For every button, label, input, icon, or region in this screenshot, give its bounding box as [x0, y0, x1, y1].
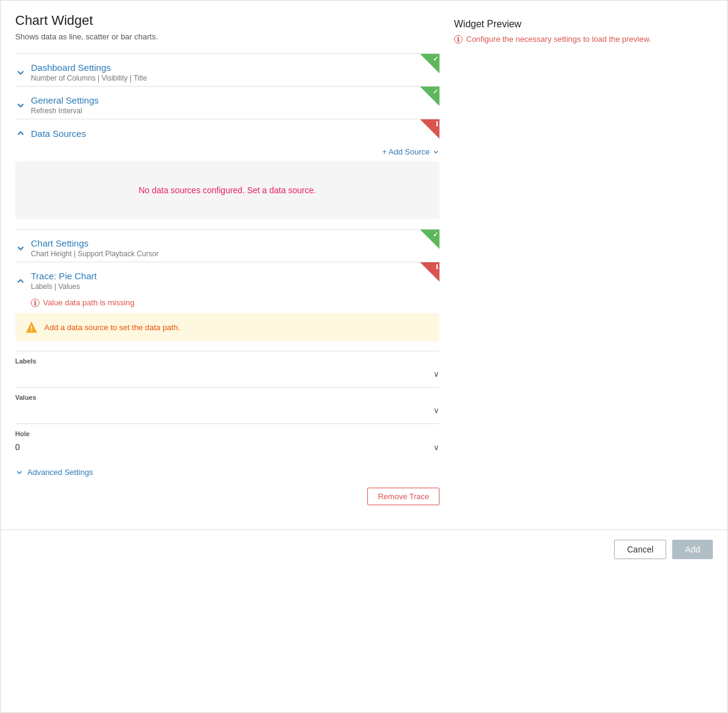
- general-settings-header[interactable]: General Settings Refresh Interval ✓: [15, 87, 439, 119]
- hole-field-value: 0: [15, 442, 433, 452]
- info-icon: ℹ: [436, 264, 438, 270]
- widget-preview-error-text: Configure the necessary settings to load…: [466, 35, 651, 44]
- chart-settings-section: Chart Settings Chart Height | Support Pl…: [15, 229, 439, 262]
- data-sources-badge: ℹ: [420, 119, 439, 139]
- svg-text:!: !: [30, 325, 33, 332]
- general-settings-title: General Settings: [31, 95, 439, 105]
- preview-error-icon: ℹ: [454, 35, 463, 44]
- values-field-label: Values: [15, 394, 439, 401]
- chevron-down-icon: [15, 100, 26, 111]
- hole-field-group: Hole 0 ∨: [15, 423, 439, 460]
- general-settings-subtitle: Refresh Interval: [31, 107, 439, 115]
- chart-settings-header[interactable]: Chart Settings Chart Height | Support Pl…: [15, 230, 439, 262]
- widget-preview-error: ℹ Configure the necessary settings to lo…: [454, 35, 713, 44]
- trace-pie-chart-header[interactable]: Trace: Pie Chart Labels | Values ℹ: [15, 262, 439, 294]
- cancel-button[interactable]: Cancel: [614, 540, 666, 559]
- hole-chevron-icon[interactable]: ∨: [433, 443, 439, 452]
- trace-pie-chart-subtitle: Labels | Values: [31, 282, 439, 291]
- trace-pie-chart-section: Trace: Pie Chart Labels | Values ℹ ℹ Val…: [15, 262, 439, 517]
- values-chevron-icon[interactable]: ∨: [433, 406, 439, 415]
- chart-settings-badge: ✓: [420, 230, 439, 249]
- data-sources-title: Data Sources: [31, 128, 439, 139]
- chevron-up-icon: [15, 276, 26, 287]
- hole-field-label: Hole: [15, 430, 439, 437]
- page-subtitle: Shows data as line, scatter or bar chart…: [15, 32, 439, 41]
- remove-trace-row: Remove Trace: [15, 482, 439, 517]
- general-settings-section: General Settings Refresh Interval ✓: [15, 86, 439, 119]
- trace-error-text: Value data path is missing: [43, 298, 135, 307]
- dashboard-settings-badge: ✓: [420, 54, 439, 73]
- check-icon: ✓: [433, 88, 438, 95]
- check-icon: ✓: [433, 231, 438, 238]
- no-data-sources-text: No data sources configured. Set a data s…: [27, 185, 427, 195]
- general-settings-badge: ✓: [420, 87, 439, 106]
- warning-box: ! Add a data source to set the data path…: [15, 313, 439, 341]
- no-data-sources-box: No data sources configured. Set a data s…: [15, 161, 439, 219]
- labels-chevron-icon[interactable]: ∨: [433, 370, 439, 379]
- data-sources-header[interactable]: Data Sources ℹ: [15, 119, 439, 142]
- check-icon: ✓: [433, 56, 438, 62]
- add-button[interactable]: Add: [672, 540, 713, 559]
- widget-preview-panel: Widget Preview ℹ Configure the necessary…: [454, 13, 713, 517]
- chevron-up-icon: [15, 128, 26, 139]
- chevron-down-icon: [432, 148, 439, 156]
- chart-settings-title: Chart Settings: [31, 238, 439, 248]
- trace-pie-chart-title: Trace: Pie Chart: [31, 271, 439, 281]
- chart-settings-subtitle: Chart Height | Support Playback Cursor: [31, 250, 439, 258]
- info-icon: ℹ: [436, 121, 438, 127]
- add-source-button[interactable]: + Add Source: [382, 147, 439, 156]
- widget-preview-title: Widget Preview: [454, 19, 713, 30]
- values-field-group: Values ∨: [15, 387, 439, 423]
- chevron-down-icon: [15, 243, 26, 254]
- page-title: Chart Widget: [15, 13, 439, 28]
- remove-trace-button[interactable]: Remove Trace: [367, 488, 439, 505]
- dashboard-settings-section: Dashboard Settings Number of Columns | V…: [15, 53, 439, 86]
- data-sources-section: Data Sources ℹ + Add Source No data sour…: [15, 119, 439, 219]
- advanced-settings-label: Advanced Settings: [27, 468, 93, 477]
- warning-icon: !: [25, 320, 38, 334]
- footer: Cancel Add: [1, 529, 727, 569]
- error-circle-icon: ℹ: [31, 299, 39, 307]
- trace-pie-chart-badge: ℹ: [420, 262, 439, 282]
- warning-box-text: Add a data source to set the data path.: [44, 323, 180, 332]
- chevron-down-icon: [15, 67, 26, 78]
- labels-field-group: Labels ∨: [15, 351, 439, 387]
- chevron-down-icon: [15, 468, 24, 477]
- advanced-settings-row[interactable]: Advanced Settings: [15, 460, 439, 482]
- dashboard-settings-header[interactable]: Dashboard Settings Number of Columns | V…: [15, 54, 439, 86]
- dashboard-settings-subtitle: Number of Columns | Visibility | Title: [31, 74, 439, 82]
- trace-error-row: ℹ Value data path is missing: [31, 298, 439, 307]
- dashboard-settings-title: Dashboard Settings: [31, 62, 439, 73]
- labels-field-label: Labels: [15, 357, 439, 365]
